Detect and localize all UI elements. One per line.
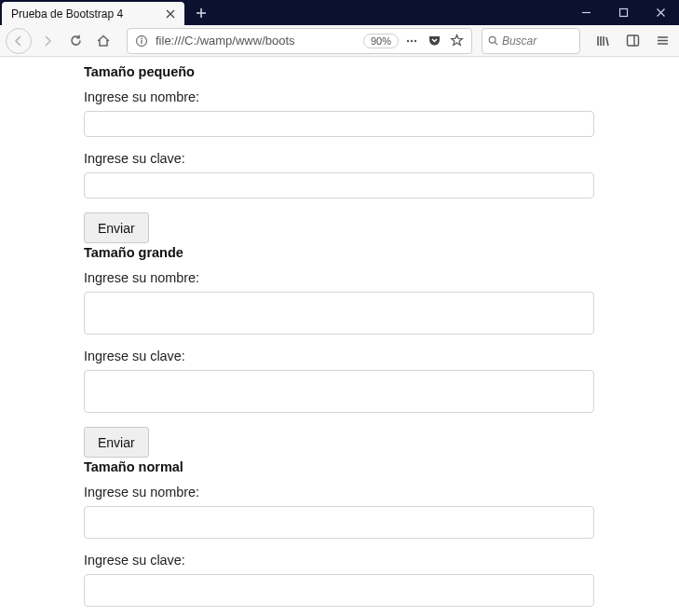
svg-point-6 — [414, 39, 416, 41]
label-large-password: Ingrese su clave: — [84, 349, 594, 363]
input-small-name[interactable] — [84, 111, 594, 137]
form-normal: Ingrese su nombre: Ingrese su clave: Env… — [84, 485, 594, 616]
input-normal-name[interactable] — [84, 506, 594, 539]
svg-point-5 — [411, 39, 413, 41]
sidebar-icon[interactable] — [621, 30, 644, 52]
search-icon — [488, 34, 498, 47]
nav-forward-button[interactable] — [35, 29, 60, 53]
svg-point-2 — [141, 37, 143, 39]
tab-title: Prueba de Bootstrap 4 — [11, 7, 123, 21]
pocket-icon[interactable] — [423, 30, 445, 52]
new-tab-button[interactable] — [190, 2, 212, 24]
site-info-icon[interactable] — [135, 34, 148, 48]
label-large-name: Ingrese su nombre: — [84, 270, 594, 285]
close-tab-icon[interactable] — [164, 7, 177, 21]
input-normal-password[interactable] — [84, 574, 594, 607]
page-viewport[interactable]: Tamaño pequeño Ingrese su nombre: Ingres… — [0, 57, 679, 616]
label-small-name: Ingrese su nombre: — [84, 89, 594, 104]
zoom-level-badge[interactable]: 90% — [363, 34, 399, 48]
page-actions-icon[interactable] — [401, 30, 423, 52]
library-icon[interactable] — [591, 30, 614, 52]
form-small: Ingrese su nombre: Ingrese su clave: Env… — [84, 89, 594, 243]
svg-point-4 — [407, 39, 409, 41]
page-content: Tamaño pequeño Ingrese su nombre: Ingres… — [84, 57, 594, 616]
form-large: Ingrese su nombre: Ingrese su clave: Env… — [84, 270, 594, 458]
browser-search-input[interactable] — [502, 34, 574, 48]
tab-strip: Prueba de Bootstrap 4 — [0, 0, 679, 25]
svg-rect-8 — [627, 35, 638, 46]
browser-search-box[interactable] — [482, 28, 580, 54]
bookmark-star-icon[interactable] — [445, 30, 468, 52]
window-controls — [567, 0, 679, 25]
submit-large-button[interactable]: Enviar — [84, 427, 149, 458]
input-large-name[interactable] — [84, 292, 594, 335]
address-bar[interactable]: 90% — [127, 28, 472, 54]
heading-small: Tamaño pequeño — [84, 64, 594, 79]
svg-rect-0 — [619, 9, 627, 17]
submit-small-button[interactable]: Enviar — [84, 212, 149, 243]
url-input[interactable] — [156, 34, 361, 48]
browser-tab[interactable]: Prueba de Bootstrap 4 — [2, 2, 184, 25]
input-large-password[interactable] — [84, 370, 594, 413]
label-normal-password: Ingrese su clave: — [84, 553, 594, 568]
browser-chrome: Prueba de Bootstrap 4 90% — [0, 0, 679, 57]
label-normal-name: Ingrese su nombre: — [84, 485, 594, 500]
minimize-button[interactable] — [567, 0, 604, 25]
label-small-password: Ingrese su clave: — [84, 151, 594, 166]
svg-point-7 — [489, 36, 496, 43]
browser-toolbar: 90% — [0, 25, 679, 57]
maximize-button[interactable] — [604, 0, 642, 25]
menu-icon[interactable] — [651, 30, 673, 52]
nav-back-button[interactable] — [6, 28, 32, 54]
close-window-button[interactable] — [642, 0, 679, 25]
toolbar-right-cluster — [591, 30, 673, 52]
input-small-password[interactable] — [84, 172, 594, 198]
heading-large: Tamaño grande — [84, 245, 594, 260]
reload-button[interactable] — [63, 29, 88, 53]
home-button[interactable] — [91, 29, 115, 53]
svg-rect-3 — [141, 40, 142, 44]
heading-normal: Tamaño normal — [84, 459, 594, 474]
